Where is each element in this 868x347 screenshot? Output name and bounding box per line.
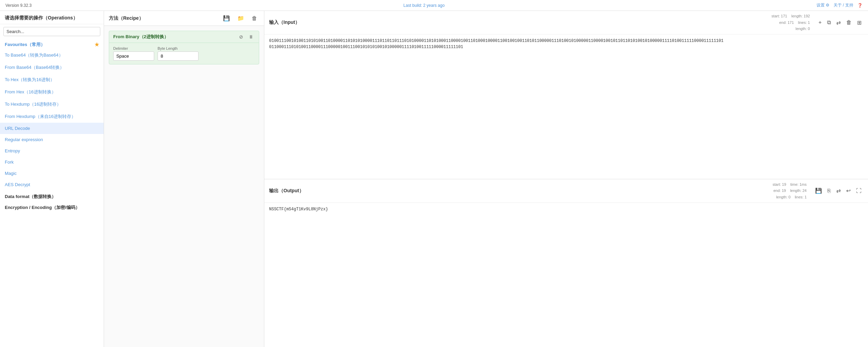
sidebar-item-regex[interactable]: Regular expression xyxy=(0,134,104,145)
delimiter-label: Delimiter xyxy=(113,46,154,50)
output-copy-button[interactable]: ⎘ xyxy=(826,187,833,195)
input-window-button[interactable]: ⧉ xyxy=(825,19,833,26)
input-lines-value: 1 xyxy=(808,20,810,25)
operation-block-header: From Binary（2进制转换） ⊘ ⏸ xyxy=(109,31,259,43)
about-link[interactable]: 关于 / 支持 xyxy=(834,2,853,8)
output-end-value: 19 xyxy=(782,188,786,193)
sidebar-item-magic[interactable]: Magic xyxy=(0,168,104,179)
output-time-value: 1ms xyxy=(799,182,807,186)
input-swap-button[interactable]: ⇄ xyxy=(835,19,842,27)
input-add-button[interactable]: + xyxy=(817,19,823,26)
operation-title: From Binary（2进制转换） xyxy=(113,34,168,40)
output-length-value: 0 xyxy=(789,195,791,199)
output-length-label: length: xyxy=(776,195,789,199)
input-length-value2: 192 xyxy=(804,14,810,18)
sidebar-item-aesdecrypt[interactable]: AES Decrypt xyxy=(0,179,104,190)
input-section: 输入（Input） start: 171 length: 192 end: 17… xyxy=(264,11,868,179)
operation-block-frombinary: From Binary（2进制转换） ⊘ ⏸ Delimiter Byte Le… xyxy=(109,31,259,64)
recipe-save-button[interactable]: 💾 xyxy=(221,14,232,22)
sidebar-item-fromhex[interactable]: From Hex（16进制转换） xyxy=(0,86,104,98)
input-actions: + ⧉ ⇄ 🗑 ⊞ xyxy=(817,19,863,27)
sidebar-item-entropy[interactable]: Entropy xyxy=(0,145,104,156)
input-header: 输入（Input） start: 171 length: 192 end: 17… xyxy=(264,11,868,34)
input-title: 输入（Input） xyxy=(269,19,300,26)
delimiter-field: Delimiter xyxy=(113,46,154,61)
main-layout: 请选择需要的操作（Operations） Favourites（常用） ★ To… xyxy=(0,11,868,347)
output-textarea[interactable]: NSSCTF{mS4gT1Kv9L8NjPzx} xyxy=(264,203,868,347)
output-end-label: end: xyxy=(774,188,782,193)
input-trash-button[interactable]: 🗑 xyxy=(844,19,853,26)
sidebar-item-tohex[interactable]: To Hex（转换为16进制） xyxy=(0,74,104,86)
operation-pause-button[interactable]: ⏸ xyxy=(247,34,255,40)
io-panel: 输入（Input） start: 171 length: 192 end: 17… xyxy=(264,11,868,347)
recipe-header: 方法（Recipe） 💾 📁 🗑 xyxy=(104,11,264,26)
input-length-label: length: xyxy=(795,27,808,31)
sidebar-item-tohexdump[interactable]: To Hexdump（16进制转存） xyxy=(0,98,104,110)
gear-icon: ⚙ xyxy=(826,3,829,7)
input-start-label: start: xyxy=(771,14,781,18)
input-grid-button[interactable]: ⊞ xyxy=(855,19,863,27)
recipe-title: 方法（Recipe） xyxy=(109,15,144,21)
star-icon: ★ xyxy=(94,42,99,48)
bytelength-label: Byte Length xyxy=(158,46,198,50)
output-header: 输出（Output） start: 19 time: 1ms end: 19 l… xyxy=(264,179,868,203)
output-lines-label: lines: xyxy=(795,195,805,199)
sidebar: 请选择需要的操作（Operations） Favourites（常用） ★ To… xyxy=(0,11,104,347)
sidebar-item-fromhexdump[interactable]: From Hexdump（来自16进制转存） xyxy=(0,110,104,123)
output-title-area: 输出（Output） xyxy=(269,188,304,194)
output-expand-button[interactable]: ⛶ xyxy=(854,187,863,195)
favourites-label: Favourites（常用） xyxy=(5,42,45,48)
search-input[interactable] xyxy=(3,27,100,36)
output-length2-value: 24 xyxy=(803,188,807,193)
settings-area: 设置 ⚙ 关于 / 支持 ❓ xyxy=(816,2,863,8)
input-length-label2: length: xyxy=(791,14,804,18)
recipe-panel: 方法（Recipe） 💾 📁 🗑 From Binary（2进制转换） ⊘ ⏸ xyxy=(104,11,264,347)
help-icon[interactable]: ❓ xyxy=(857,3,863,8)
output-start-label: start: xyxy=(773,182,782,186)
delimiter-input[interactable] xyxy=(113,51,154,61)
output-swap-button[interactable]: ⇄ xyxy=(835,187,842,195)
build-label: Last build: 2 years ago xyxy=(403,3,445,8)
recipe-body: From Binary（2进制转换） ⊘ ⏸ Delimiter Byte Le… xyxy=(104,26,264,347)
input-end-label: end: xyxy=(779,20,788,25)
data-format-section-label: Data format（数据转换） xyxy=(0,190,104,201)
input-start-value: 171 xyxy=(781,14,787,18)
input-title-area: 输入（Input） xyxy=(269,19,300,26)
sidebar-list: Favourites（常用） ★ To Base64（转换为Base64） Fr… xyxy=(0,39,104,347)
output-lines-value: 1 xyxy=(805,195,807,199)
encryption-section-label: Encryption / Encoding（加密/编码） xyxy=(0,201,104,212)
operation-disable-button[interactable]: ⊘ xyxy=(238,34,245,40)
input-lines-label: lines: xyxy=(798,20,808,25)
favourites-section-header[interactable]: Favourites（常用） ★ xyxy=(0,39,104,49)
output-meta-stats: start: 19 time: 1ms end: 19 length: 24 l… xyxy=(773,181,807,200)
bytelength-field: Byte Length xyxy=(158,46,198,61)
top-bar: Version 9.32.3 Last build: 2 years ago 设… xyxy=(0,0,868,11)
output-title: 输出（Output） xyxy=(269,188,304,194)
input-length-value: 0 xyxy=(808,27,810,31)
output-section: 输出（Output） start: 19 time: 1ms end: 19 l… xyxy=(264,179,868,347)
sidebar-item-urldecode[interactable]: URL Decode xyxy=(0,123,104,134)
sidebar-title: 请选择需要的操作（Operations） xyxy=(5,15,99,21)
output-length2-label: length: xyxy=(790,188,803,193)
version-label: Version 9.32.3 xyxy=(5,3,32,8)
recipe-actions: 💾 📁 🗑 xyxy=(221,14,259,22)
input-end-value: 171 xyxy=(788,20,794,25)
sidebar-header: 请选择需要的操作（Operations） xyxy=(0,11,104,24)
recipe-delete-button[interactable]: 🗑 xyxy=(250,14,259,22)
operation-controls: ⊘ ⏸ xyxy=(238,34,255,40)
sidebar-item-tobase64[interactable]: To Base64（转换为Base64） xyxy=(0,49,104,61)
output-undo-button[interactable]: ↩ xyxy=(844,187,852,195)
output-time-label: time: xyxy=(790,182,799,186)
recipe-load-button[interactable]: 📁 xyxy=(235,14,246,22)
sidebar-item-frombase64[interactable]: From Base64（Base64转换） xyxy=(0,61,104,74)
settings-link[interactable]: 设置 ⚙ xyxy=(816,2,829,8)
input-textarea[interactable]: 0100111001010011010100110100001101010100… xyxy=(264,34,868,179)
search-box xyxy=(3,27,100,36)
output-save-button[interactable]: 💾 xyxy=(813,187,824,195)
bytelength-input[interactable] xyxy=(158,51,198,61)
output-actions: 💾 ⎘ ⇄ ↩ ⛶ xyxy=(813,187,863,195)
output-start-value: 19 xyxy=(782,182,786,186)
input-meta-stats: start: 171 length: 192 end: 171 lines: 1… xyxy=(771,13,810,32)
sidebar-item-fork[interactable]: Fork xyxy=(0,156,104,168)
operation-block-body: Delimiter Byte Length xyxy=(109,43,259,64)
